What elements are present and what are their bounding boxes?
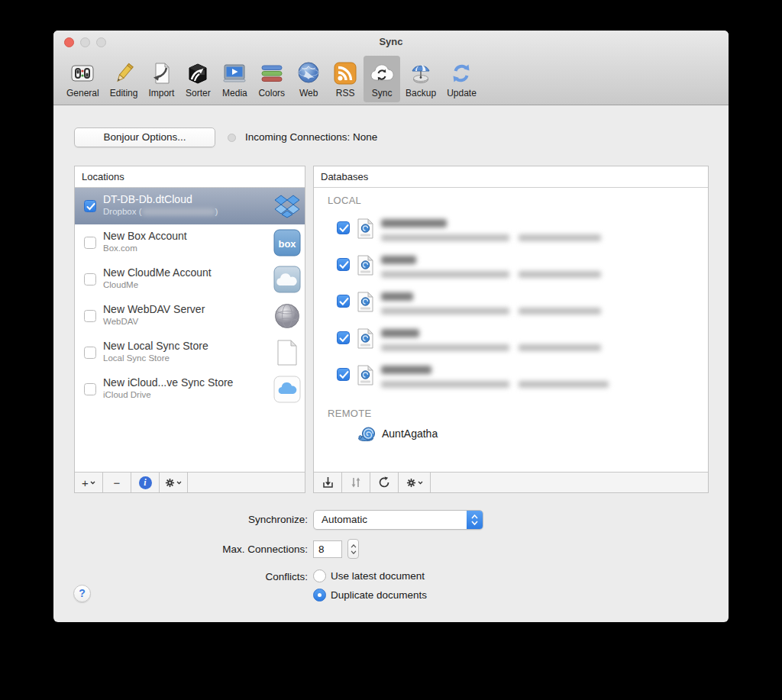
stepper-up-icon xyxy=(351,544,357,548)
help-button[interactable]: ? xyxy=(73,585,91,602)
remote-database-row[interactable]: AuntAgatha xyxy=(314,424,708,446)
tab-label: Sorter xyxy=(186,88,211,98)
plus-icon: + xyxy=(82,476,89,489)
gear-icon xyxy=(406,478,416,488)
refresh-button[interactable] xyxy=(370,473,399,492)
database-row[interactable] xyxy=(314,357,708,394)
redacted-text xyxy=(381,329,419,337)
tab-media[interactable]: Media xyxy=(216,56,253,102)
radio-duplicate[interactable] xyxy=(313,589,326,602)
databases-toolbar xyxy=(314,472,708,492)
add-location-button[interactable]: + xyxy=(75,473,103,492)
location-actions-button[interactable] xyxy=(160,473,188,492)
location-row-webdav[interactable]: New WebDAV Server WebDAV xyxy=(75,298,305,334)
checkbox-unchecked[interactable] xyxy=(84,273,96,285)
synchronize-popup[interactable]: Automatic xyxy=(313,510,483,530)
checkbox-unchecked[interactable] xyxy=(84,347,96,359)
redacted-text xyxy=(519,271,601,278)
bonjour-options-button[interactable]: Bonjour Options... xyxy=(74,127,215,147)
checkbox-unchecked[interactable] xyxy=(84,237,96,249)
titlebar[interactable]: Sync xyxy=(53,31,729,53)
checkbox-unchecked[interactable] xyxy=(84,383,96,395)
radio-duplicate-label: Duplicate documents xyxy=(331,589,427,601)
database-row[interactable] xyxy=(314,284,708,321)
tab-label: RSS xyxy=(336,88,355,98)
checkbox-checked[interactable] xyxy=(84,200,96,212)
redacted-text xyxy=(381,344,509,351)
location-row-dtcloud[interactable]: DT-DB-Db.dtCloud Dropbox () xyxy=(75,188,305,224)
radio-use-latest[interactable] xyxy=(313,569,326,582)
tab-web[interactable]: Web xyxy=(290,56,327,102)
location-detail: WebDAV xyxy=(103,317,138,326)
database-doc-icon xyxy=(357,328,373,352)
preferences-toolbar: General Editing Import Sorter xyxy=(53,53,729,105)
tab-colors[interactable]: Colors xyxy=(253,56,290,102)
tab-label: Web xyxy=(299,88,318,98)
chevron-down-icon xyxy=(176,481,182,485)
tab-update[interactable]: Update xyxy=(441,56,482,102)
devonthink-snail-icon xyxy=(358,427,376,444)
location-name: New iCloud...ve Sync Store xyxy=(103,376,233,389)
tab-sorter[interactable]: Sorter xyxy=(179,56,216,102)
database-row[interactable] xyxy=(314,247,708,284)
info-button[interactable]: i xyxy=(131,473,160,492)
location-name: New CloudMe Account xyxy=(103,266,212,279)
redacted-text xyxy=(519,344,601,351)
database-doc-icon xyxy=(357,365,373,389)
tab-sync[interactable]: Sync xyxy=(364,56,400,102)
media-icon xyxy=(221,60,247,86)
checkbox-unchecked[interactable] xyxy=(84,310,96,322)
tab-general[interactable]: General xyxy=(61,56,105,102)
popup-arrows-icon xyxy=(467,511,483,529)
colors-icon xyxy=(259,60,285,86)
location-name: New WebDAV Server xyxy=(103,303,205,315)
conflicts-label: Conflicts: xyxy=(74,571,308,582)
minus-icon: − xyxy=(114,476,121,489)
import-database-button[interactable] xyxy=(314,473,342,492)
location-row-cloudme[interactable]: New CloudMe Account CloudMe xyxy=(75,261,305,298)
database-actions-button[interactable] xyxy=(399,473,431,492)
database-doc-icon xyxy=(357,255,373,279)
location-detail: CloudMe xyxy=(103,280,138,289)
max-connections-field[interactable]: 8 xyxy=(313,540,342,558)
sync-now-button[interactable] xyxy=(342,473,370,492)
location-row-icloud[interactable]: New iCloud...ve Sync Store iCloud Drive xyxy=(75,371,305,408)
redacted-text xyxy=(381,381,509,388)
preferences-window: Sync General Editing Import xyxy=(53,31,729,622)
checkbox-checked[interactable] xyxy=(337,368,350,381)
database-row[interactable] xyxy=(314,211,708,247)
database-doc-icon xyxy=(357,292,373,315)
database-row[interactable] xyxy=(314,321,708,357)
max-connections-stepper[interactable] xyxy=(347,539,359,559)
databases-panel: Databases LOCAL xyxy=(313,166,709,493)
location-detail: Box.com xyxy=(103,244,137,253)
database-doc-icon xyxy=(357,218,373,242)
tab-editing[interactable]: Editing xyxy=(105,56,144,102)
detail-prefix: Dropbox ( xyxy=(103,207,142,216)
checkbox-checked[interactable] xyxy=(337,221,350,234)
rss-icon xyxy=(332,60,358,86)
up-down-arrows-icon xyxy=(350,476,362,489)
redacted-text xyxy=(381,308,509,315)
checkbox-checked[interactable] xyxy=(337,295,350,308)
download-icon xyxy=(322,476,334,489)
remove-location-button[interactable]: − xyxy=(103,473,131,492)
location-detail: Dropbox () xyxy=(103,207,218,216)
checkbox-checked[interactable] xyxy=(337,258,350,271)
incoming-connections-label: Incoming Connections: None xyxy=(245,131,377,143)
remote-section-label: REMOTE xyxy=(328,408,371,419)
location-name: New Box Account xyxy=(103,230,187,242)
location-row-local-store[interactable]: New Local Sync Store Local Sync Store xyxy=(75,334,305,371)
dropbox-icon xyxy=(273,192,301,220)
chevron-down-icon xyxy=(418,481,423,485)
location-row-box[interactable]: New Box Account Box.com box xyxy=(75,224,305,261)
web-icon xyxy=(296,60,322,86)
tab-backup[interactable]: Backup xyxy=(400,56,441,102)
sync-icon xyxy=(369,60,395,86)
tab-label: Media xyxy=(222,88,247,98)
tab-rss[interactable]: RSS xyxy=(327,56,364,102)
redacted-text xyxy=(381,219,447,227)
tab-import[interactable]: Import xyxy=(143,56,179,102)
tab-label: Sync xyxy=(372,88,393,98)
checkbox-checked[interactable] xyxy=(337,331,350,344)
